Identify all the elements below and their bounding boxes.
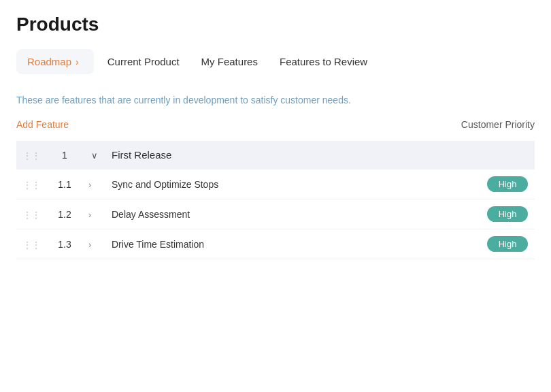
- feature-1-number: 1.1: [58, 179, 71, 190]
- feature-3-label: Drive Time Estimation: [112, 239, 204, 250]
- feature-1-priority-cell: High: [467, 169, 535, 199]
- feature-1-expand[interactable]: ›: [82, 169, 105, 199]
- feature-1-label: Sync and Optimize Stops: [112, 179, 218, 190]
- feature-1-priority-badge: High: [487, 176, 528, 192]
- chevron-right-icon: ›: [88, 180, 91, 190]
- feature-2-expand[interactable]: ›: [82, 199, 105, 229]
- chevron-down-icon: ∨: [91, 150, 98, 161]
- tab-current-product[interactable]: Current Product: [107, 56, 180, 67]
- customer-priority-label: Customer Priority: [461, 119, 535, 130]
- breadcrumb-active-label: Roadmap: [27, 56, 71, 67]
- group-drag-handle[interactable]: ⋮⋮: [16, 141, 48, 169]
- feature-3-number: 1.3: [58, 239, 71, 250]
- breadcrumb-chevron-icon: ›: [76, 56, 79, 67]
- feature-3-priority-cell: High: [467, 229, 535, 259]
- page-title: Products: [16, 14, 535, 35]
- feature-1-drag-handle[interactable]: ⋮⋮: [16, 169, 48, 199]
- table-row: ⋮⋮ 1.3 › Drive Time Estimation High: [16, 229, 535, 259]
- chevron-right-icon: ›: [88, 210, 91, 220]
- description-text: These are features that are currently in…: [16, 95, 535, 105]
- feature-2-priority-cell: High: [467, 199, 535, 229]
- table-row: ⋮⋮ 1.2 › Delay Assessment High: [16, 199, 535, 229]
- add-feature-button[interactable]: Add Feature: [16, 119, 69, 130]
- group-label: First Release: [112, 149, 171, 161]
- drag-dots-icon: ⋮⋮: [23, 240, 41, 250]
- toolbar: Add Feature Customer Priority: [16, 119, 535, 130]
- group-priority-cell: [467, 141, 535, 169]
- group-row: ⋮⋮ 1 ∨ First Release: [16, 141, 535, 169]
- tab-features-to-review[interactable]: Features to Review: [280, 56, 367, 67]
- drag-dots-icon: ⋮⋮: [23, 210, 41, 220]
- feature-2-priority-badge: High: [487, 206, 528, 222]
- feature-2-label-cell: Delay Assessment: [105, 199, 467, 229]
- tab-my-features[interactable]: My Features: [201, 56, 258, 67]
- tab-nav: Current Product My Features Features to …: [107, 56, 367, 67]
- group-label-cell: First Release: [105, 141, 467, 169]
- feature-2-number: 1.2: [58, 209, 71, 220]
- group-number: 1: [62, 150, 67, 161]
- feature-3-expand[interactable]: ›: [82, 229, 105, 259]
- drag-dots-icon: ⋮⋮: [23, 151, 41, 161]
- feature-1-label-cell: Sync and Optimize Stops: [105, 169, 467, 199]
- breadcrumb[interactable]: Roadmap ›: [16, 49, 94, 74]
- feature-table: ⋮⋮ 1 ∨ First Release ⋮⋮ 1.1: [16, 141, 535, 259]
- group-expand-toggle[interactable]: ∨: [82, 141, 105, 169]
- chevron-right-icon: ›: [88, 240, 91, 250]
- feature-2-label: Delay Assessment: [112, 209, 190, 220]
- feature-2-drag-handle[interactable]: ⋮⋮: [16, 199, 48, 229]
- drag-dots-icon: ⋮⋮: [23, 180, 41, 190]
- page-container: Products Roadmap › Current Product My Fe…: [0, 0, 551, 273]
- feature-3-priority-badge: High: [487, 236, 528, 252]
- feature-3-drag-handle[interactable]: ⋮⋮: [16, 229, 48, 259]
- feature-3-label-cell: Drive Time Estimation: [105, 229, 467, 259]
- table-row: ⋮⋮ 1.1 › Sync and Optimize Stops High: [16, 169, 535, 199]
